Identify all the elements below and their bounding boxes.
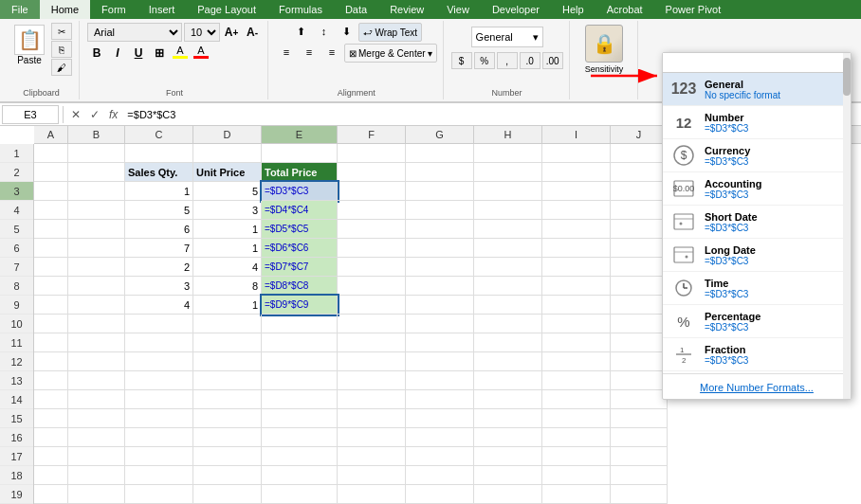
cell-i1[interactable] bbox=[542, 144, 611, 163]
cell-h7[interactable] bbox=[474, 258, 542, 277]
fill-color-button[interactable]: A bbox=[171, 45, 190, 62]
align-left-button[interactable]: ≡ bbox=[276, 44, 297, 61]
tab-form[interactable]: Form bbox=[90, 0, 137, 19]
cell-e6[interactable]: =$D6*$C6 bbox=[262, 239, 338, 258]
cell-j6[interactable] bbox=[611, 239, 668, 258]
cell-a6[interactable] bbox=[34, 239, 68, 258]
cell-g8[interactable] bbox=[406, 277, 474, 296]
format-number-item[interactable]: 12 Number =$D3*$C3 bbox=[663, 106, 851, 139]
cell-f2[interactable] bbox=[338, 163, 406, 182]
align-middle-button[interactable]: ↕ bbox=[313, 23, 334, 40]
cell-d2[interactable]: Unit Price bbox=[193, 163, 262, 182]
col-header-d[interactable]: D bbox=[193, 126, 262, 143]
col-header-c[interactable]: C bbox=[125, 126, 193, 143]
row-num-13[interactable]: 13 bbox=[0, 371, 33, 390]
align-bottom-button[interactable]: ⬇ bbox=[336, 23, 357, 40]
row-num-7[interactable]: 7 bbox=[0, 258, 33, 277]
cell-h5[interactable] bbox=[474, 220, 542, 239]
cell-g4[interactable] bbox=[406, 201, 474, 220]
increase-decimal-button[interactable]: .00 bbox=[542, 52, 563, 69]
row-num-10[interactable]: 10 bbox=[0, 315, 33, 333]
cell-c1[interactable] bbox=[125, 144, 193, 163]
decrease-font-size-button[interactable]: A- bbox=[243, 23, 262, 42]
font-color-button[interactable]: A bbox=[192, 45, 211, 62]
cell-j3[interactable] bbox=[611, 182, 668, 201]
tab-insert[interactable]: Insert bbox=[137, 0, 187, 19]
more-number-formats-link[interactable]: More Number Formats... bbox=[663, 376, 851, 399]
font-size-select[interactable]: 10 bbox=[184, 23, 220, 42]
cell-j8[interactable] bbox=[611, 277, 668, 296]
copy-button[interactable]: ⎘ bbox=[51, 41, 72, 58]
cell-g2[interactable] bbox=[406, 163, 474, 182]
cell-h8[interactable] bbox=[474, 277, 542, 296]
tab-developer[interactable]: Developer bbox=[481, 0, 551, 19]
row-num-15[interactable]: 15 bbox=[0, 409, 33, 428]
format-short-date-item[interactable]: Short Date =$D3*$C3 bbox=[663, 206, 851, 239]
col-header-e[interactable]: E bbox=[262, 126, 338, 143]
tab-view[interactable]: View bbox=[435, 0, 481, 19]
dropdown-search-input[interactable] bbox=[663, 53, 851, 73]
cell-h3[interactable] bbox=[474, 182, 542, 201]
cell-h9[interactable] bbox=[474, 296, 542, 315]
tab-power-pivot[interactable]: Power Pivot bbox=[654, 0, 733, 19]
sensitivity-button[interactable]: 🔒 bbox=[585, 25, 623, 63]
cell-g9[interactable] bbox=[406, 296, 474, 315]
tab-help[interactable]: Help bbox=[551, 0, 595, 19]
cell-c9[interactable]: 4 bbox=[125, 296, 193, 315]
percent-style-button[interactable]: % bbox=[474, 52, 495, 69]
cell-i7[interactable] bbox=[542, 258, 611, 277]
cell-d9[interactable]: 1 bbox=[193, 296, 262, 315]
tab-data[interactable]: Data bbox=[334, 0, 378, 19]
cell-d6[interactable]: 1 bbox=[193, 239, 262, 258]
cell-d1[interactable] bbox=[193, 144, 262, 163]
cell-c3[interactable]: 1 bbox=[125, 182, 193, 201]
decrease-decimal-button[interactable]: .0 bbox=[520, 52, 540, 69]
cell-e3[interactable]: =$D3*$C3 bbox=[262, 182, 338, 201]
cell-f7[interactable] bbox=[338, 258, 406, 277]
cell-d7[interactable]: 4 bbox=[193, 258, 262, 277]
cell-b2[interactable] bbox=[68, 163, 125, 182]
cell-a4[interactable] bbox=[34, 201, 68, 220]
cell-e1[interactable] bbox=[262, 144, 338, 163]
cell-c6[interactable]: 7 bbox=[125, 239, 193, 258]
row-num-3[interactable]: 3 bbox=[0, 182, 33, 201]
cell-g3[interactable] bbox=[406, 182, 474, 201]
format-fraction-item[interactable]: 12 Fraction =$D3*$C3 bbox=[663, 338, 851, 371]
cell-e2[interactable]: Total Price bbox=[262, 163, 338, 182]
number-format-dropdown[interactable]: General ▾ bbox=[471, 27, 543, 47]
format-long-date-item[interactable]: Long Date =$D3*$C3 bbox=[663, 239, 851, 272]
cell-b4[interactable] bbox=[68, 201, 125, 220]
cell-i9[interactable] bbox=[542, 296, 611, 315]
cell-c4[interactable]: 5 bbox=[125, 201, 193, 220]
cell-f1[interactable] bbox=[338, 144, 406, 163]
confirm-formula-button[interactable]: ✓ bbox=[86, 106, 103, 123]
increase-font-size-button[interactable]: A+ bbox=[222, 23, 241, 42]
wrap-text-button[interactable]: ⮐ Wrap Text bbox=[358, 23, 422, 42]
cell-f3[interactable] bbox=[338, 182, 406, 201]
cell-g7[interactable] bbox=[406, 258, 474, 277]
cell-a7[interactable] bbox=[34, 258, 68, 277]
cell-h6[interactable] bbox=[474, 239, 542, 258]
row-num-14[interactable]: 14 bbox=[0, 390, 33, 409]
row-num-11[interactable]: 11 bbox=[0, 333, 33, 352]
col-header-i[interactable]: I bbox=[542, 126, 611, 143]
cell-b9[interactable] bbox=[68, 296, 125, 315]
col-header-g[interactable]: G bbox=[406, 126, 474, 143]
tab-page-layout[interactable]: Page Layout bbox=[186, 0, 267, 19]
cell-j2[interactable] bbox=[611, 163, 668, 182]
row-num-16[interactable]: 16 bbox=[0, 428, 33, 447]
align-top-button[interactable]: ⬆ bbox=[290, 23, 311, 40]
cell-e9[interactable]: =$D9*$C9 bbox=[262, 296, 338, 315]
cell-b6[interactable] bbox=[68, 239, 125, 258]
row-num-8[interactable]: 8 bbox=[0, 277, 33, 296]
cell-f8[interactable] bbox=[338, 277, 406, 296]
format-percentage-item[interactable]: % Percentage =$D3*$C3 bbox=[663, 305, 851, 338]
cell-d8[interactable]: 8 bbox=[193, 277, 262, 296]
row-num-5[interactable]: 5 bbox=[0, 220, 33, 239]
cell-i5[interactable] bbox=[542, 220, 611, 239]
cell-j5[interactable] bbox=[611, 220, 668, 239]
row-num-19[interactable]: 19 bbox=[0, 485, 33, 504]
currency-style-button[interactable]: $ bbox=[451, 52, 472, 69]
col-header-j[interactable]: J bbox=[611, 126, 668, 143]
row-num-18[interactable]: 18 bbox=[0, 466, 33, 485]
